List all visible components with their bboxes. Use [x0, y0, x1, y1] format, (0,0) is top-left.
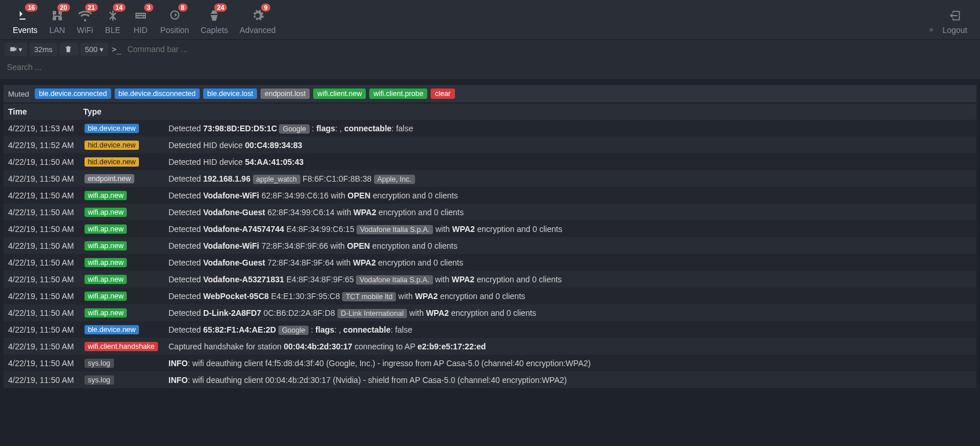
- event-row[interactable]: 4/22/19, 11:50 AMwifi.ap.newDetected Vod…: [3, 187, 977, 204]
- lan-icon: 20: [49, 7, 65, 24]
- event-type-tag[interactable]: ble.device.new: [85, 124, 140, 133]
- nav-advanced[interactable]: 9 Advanced: [234, 5, 281, 39]
- event-type: sys.log: [79, 355, 164, 371]
- record-button[interactable]: ▾: [5, 43, 27, 56]
- event-row[interactable]: 4/22/19, 11:50 AMwifi.ap.newDetected Vod…: [3, 237, 977, 254]
- nav-wifi[interactable]: 21 WiFi: [71, 5, 99, 39]
- collapse-icon[interactable]: »: [929, 25, 933, 39]
- logout-label: Logout: [942, 25, 967, 35]
- event-row[interactable]: 4/22/19, 11:50 AMwifi.ap.newDetected Vod…: [3, 220, 977, 237]
- event-row[interactable]: 4/22/19, 11:50 AMhid.device.newDetected …: [3, 153, 977, 170]
- nav-ble[interactable]: 14 BLE: [99, 5, 127, 39]
- event-type-tag[interactable]: wifi.client.handshake: [85, 342, 158, 351]
- event-type: wifi.ap.new: [79, 271, 164, 287]
- badge: 14: [113, 3, 126, 12]
- event-description: Detected Vodafone-A53271831 E4:8F:34:8F:…: [164, 271, 977, 287]
- event-type-tag[interactable]: wifi.ap.new: [85, 241, 127, 250]
- events-table: Time Type 4/22/19, 11:53 AMble.device.ne…: [3, 104, 977, 388]
- col-time[interactable]: Time: [3, 104, 79, 120]
- event-type-tag[interactable]: wifi.ap.new: [85, 224, 127, 234]
- nav-events[interactable]: 16 Events: [7, 5, 43, 39]
- nav-lan[interactable]: 20 LAN: [43, 5, 71, 39]
- col-desc: [164, 104, 977, 120]
- event-row[interactable]: 4/22/19, 11:52 AMhid.device.newDetected …: [3, 137, 977, 153]
- event-type: hid.device.new: [79, 153, 164, 170]
- event-row[interactable]: 4/22/19, 11:50 AMwifi.ap.newDetected Vod…: [3, 204, 977, 220]
- muted-tag[interactable]: wifi.client.new: [313, 89, 366, 99]
- vendor-tag: Apple, Inc.: [374, 175, 415, 184]
- event-type-tag[interactable]: hid.device.new: [85, 157, 140, 167]
- event-row[interactable]: 4/22/19, 11:53 AMble.device.newDetected …: [3, 120, 977, 137]
- latency-indicator: 32ms: [30, 43, 57, 56]
- badge: 16: [25, 3, 38, 12]
- nav-label: Events: [13, 25, 38, 35]
- nav-label: LAN: [49, 25, 65, 35]
- event-time: 4/22/19, 11:50 AM: [3, 153, 79, 170]
- muted-tag[interactable]: ble.device.lost: [203, 89, 257, 99]
- event-row[interactable]: 4/22/19, 11:50 AMsys.logINFO: wifi deaut…: [3, 371, 977, 388]
- event-type-tag[interactable]: sys.log: [85, 359, 114, 368]
- event-type-tag[interactable]: wifi.ap.new: [85, 208, 127, 217]
- event-row[interactable]: 4/22/19, 11:50 AMwifi.client.handshakeCa…: [3, 338, 977, 355]
- event-row[interactable]: 4/22/19, 11:50 AMble.device.newDetected …: [3, 321, 977, 338]
- event-type-tag[interactable]: wifi.ap.new: [85, 258, 127, 267]
- nav-hid[interactable]: 3 HID: [127, 5, 155, 39]
- event-type: ble.device.new: [79, 321, 164, 338]
- event-row[interactable]: 4/22/19, 11:50 AMsys.logINFO: wifi deaut…: [3, 355, 977, 371]
- event-row[interactable]: 4/22/19, 11:50 AMwifi.ap.newDetected Vod…: [3, 271, 977, 287]
- muted-bar: Muted ble.device.connectedble.device.dis…: [3, 85, 977, 102]
- event-time: 4/22/19, 11:50 AM: [3, 287, 79, 304]
- col-type[interactable]: Type: [79, 104, 164, 120]
- limit-select[interactable]: 500 ▾: [80, 43, 108, 56]
- muted-tag[interactable]: ble.device.connected: [35, 89, 111, 99]
- event-row[interactable]: 4/22/19, 11:50 AMwifi.ap.newDetected Web…: [3, 287, 977, 304]
- event-time: 4/22/19, 11:50 AM: [3, 237, 79, 254]
- event-description: Detected D-Link-2A8FD7 0C:B6:D2:2A:8F:D8…: [164, 304, 977, 321]
- vendor-tag: D-Link International: [337, 309, 407, 318]
- nav-position[interactable]: 8 Position: [155, 5, 195, 39]
- event-type-tag[interactable]: endpoint.new: [85, 174, 134, 183]
- event-time: 4/22/19, 11:50 AM: [3, 187, 79, 204]
- top-nav: 16 Events 20 LAN 21 WiFi 14 BLE 3 HID 8 …: [0, 0, 980, 40]
- event-time: 4/22/19, 11:50 AM: [3, 271, 79, 287]
- event-description: Detected Vodafone-Guest 72:8F:34:8F:9F:6…: [164, 254, 977, 271]
- badge: 21: [85, 3, 98, 12]
- event-type-tag[interactable]: wifi.ap.new: [85, 292, 127, 301]
- search-input[interactable]: [6, 61, 974, 73]
- muted-tag[interactable]: wifi.client.probe: [369, 89, 427, 99]
- nav-caplets[interactable]: 24 Caplets: [195, 5, 234, 39]
- caplets-icon: 24: [206, 7, 222, 24]
- event-type-tag[interactable]: wifi.ap.new: [85, 191, 127, 200]
- muted-label: Muted: [8, 90, 29, 98]
- clear-button[interactable]: [60, 43, 78, 56]
- event-description: Detected 73:98:8D:ED:D5:1C Google : flag…: [164, 120, 977, 137]
- event-type-tag[interactable]: sys.log: [85, 375, 114, 385]
- event-type-tag[interactable]: hid.device.new: [85, 141, 140, 150]
- badge: 8: [178, 3, 188, 12]
- event-type: wifi.ap.new: [79, 187, 164, 204]
- event-row[interactable]: 4/22/19, 11:50 AMwifi.ap.newDetected D-L…: [3, 304, 977, 321]
- event-row[interactable]: 4/22/19, 11:50 AMwifi.ap.newDetected Vod…: [3, 254, 977, 271]
- badge: 20: [57, 3, 70, 12]
- command-input[interactable]: [125, 42, 975, 56]
- wifi-icon: 21: [77, 7, 93, 24]
- position-icon: 8: [167, 7, 183, 24]
- table-header-row: Time Type: [3, 104, 977, 120]
- muted-tag[interactable]: ble.device.disconnected: [115, 89, 200, 99]
- event-time: 4/22/19, 11:50 AM: [3, 304, 79, 321]
- event-type: wifi.ap.new: [79, 287, 164, 304]
- event-row[interactable]: 4/22/19, 11:50 AMendpoint.newDetected 19…: [3, 170, 977, 187]
- event-type-tag[interactable]: wifi.ap.new: [85, 308, 127, 318]
- event-description: Detected Vodafone-Guest 62:8F:34:99:C6:1…: [164, 204, 977, 220]
- nav-label: HID: [134, 25, 148, 35]
- search-row: [0, 58, 980, 79]
- nav-label: BLE: [105, 25, 120, 35]
- nav-label: WiFi: [77, 25, 93, 35]
- clear-muted-button[interactable]: clear: [431, 89, 454, 99]
- event-time: 4/22/19, 11:50 AM: [3, 321, 79, 338]
- event-type: sys.log: [79, 371, 164, 388]
- event-type-tag[interactable]: ble.device.new: [85, 325, 140, 334]
- muted-tag[interactable]: endpoint.lost: [260, 89, 310, 99]
- logout-button[interactable]: Logout: [937, 5, 973, 39]
- event-type-tag[interactable]: wifi.ap.new: [85, 275, 127, 284]
